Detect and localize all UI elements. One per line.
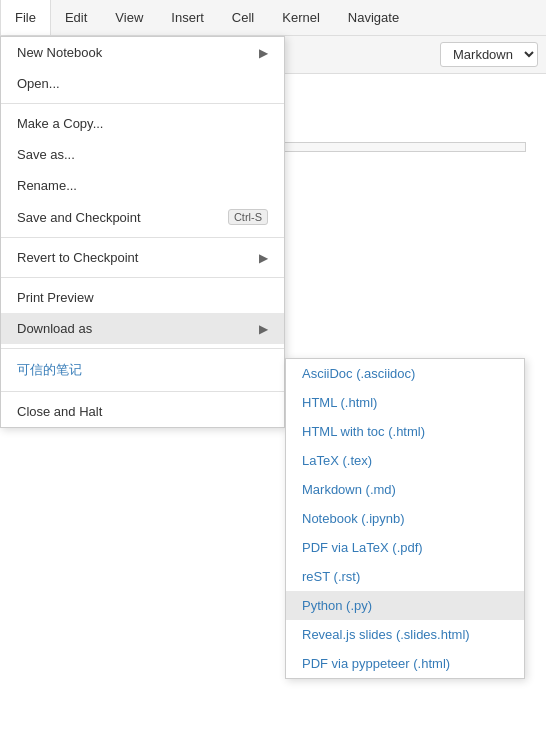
divider-4 bbox=[1, 348, 284, 349]
submenu-latex[interactable]: LaTeX (.tex) bbox=[286, 446, 524, 475]
menu-item-insert[interactable]: Insert bbox=[157, 0, 218, 35]
divider-2 bbox=[1, 237, 284, 238]
menu-item-cell[interactable]: Cell bbox=[218, 0, 268, 35]
menu-item-file[interactable]: File bbox=[0, 0, 51, 35]
divider-3 bbox=[1, 277, 284, 278]
submenu-python[interactable]: Python (.py) bbox=[286, 591, 524, 620]
menu-item-edit[interactable]: Edit bbox=[51, 0, 101, 35]
menu-item-kernel[interactable]: Kernel bbox=[268, 0, 334, 35]
menu-download-as[interactable]: Download as ▶ bbox=[1, 313, 284, 344]
submenu-html-toc[interactable]: HTML with toc (.html) bbox=[286, 417, 524, 446]
submenu-reveal[interactable]: Reveal.js slides (.slides.html) bbox=[286, 620, 524, 649]
divider-1 bbox=[1, 103, 284, 104]
menu-print-preview[interactable]: Print Preview bbox=[1, 282, 284, 313]
submenu-notebook[interactable]: Notebook (.ipynb) bbox=[286, 504, 524, 533]
file-dropdown-menu: New Notebook ▶ Open... Make a Copy... Sa… bbox=[0, 36, 285, 428]
cell-type-select[interactable]: Markdown bbox=[440, 42, 538, 67]
menu-trusted[interactable]: 可信的笔记 bbox=[1, 353, 284, 387]
submenu-pdf-latex[interactable]: PDF via LaTeX (.pdf) bbox=[286, 533, 524, 562]
menu-rename[interactable]: Rename... bbox=[1, 170, 284, 201]
download-as-submenu: AsciiDoc (.asciidoc) HTML (.html) HTML w… bbox=[285, 358, 525, 679]
submenu-html[interactable]: HTML (.html) bbox=[286, 388, 524, 417]
menu-item-navigate[interactable]: Navigate bbox=[334, 0, 413, 35]
submenu-asciidoc[interactable]: AsciiDoc (.asciidoc) bbox=[286, 359, 524, 388]
submenu-rest[interactable]: reST (.rst) bbox=[286, 562, 524, 591]
menu-new-notebook[interactable]: New Notebook ▶ bbox=[1, 37, 284, 68]
menu-revert-checkpoint[interactable]: Revert to Checkpoint ▶ bbox=[1, 242, 284, 273]
menu-make-copy[interactable]: Make a Copy... bbox=[1, 108, 284, 139]
divider-5 bbox=[1, 391, 284, 392]
submenu-pdf-pyppeteer[interactable]: PDF via pyppeteer (.html) bbox=[286, 649, 524, 678]
arrow-icon: ▶ bbox=[259, 322, 268, 336]
menu-save-as[interactable]: Save as... bbox=[1, 139, 284, 170]
shortcut-kbd: Ctrl-S bbox=[228, 209, 268, 225]
submenu-markdown[interactable]: Markdown (.md) bbox=[286, 475, 524, 504]
arrow-icon: ▶ bbox=[259, 251, 268, 265]
menubar: File Edit View Insert Cell Kernel Naviga… bbox=[0, 0, 546, 36]
menu-close-halt[interactable]: Close and Halt bbox=[1, 396, 284, 427]
menu-open[interactable]: Open... bbox=[1, 68, 284, 99]
menu-save-checkpoint[interactable]: Save and Checkpoint Ctrl-S bbox=[1, 201, 284, 233]
arrow-icon: ▶ bbox=[259, 46, 268, 60]
menu-item-view[interactable]: View bbox=[101, 0, 157, 35]
